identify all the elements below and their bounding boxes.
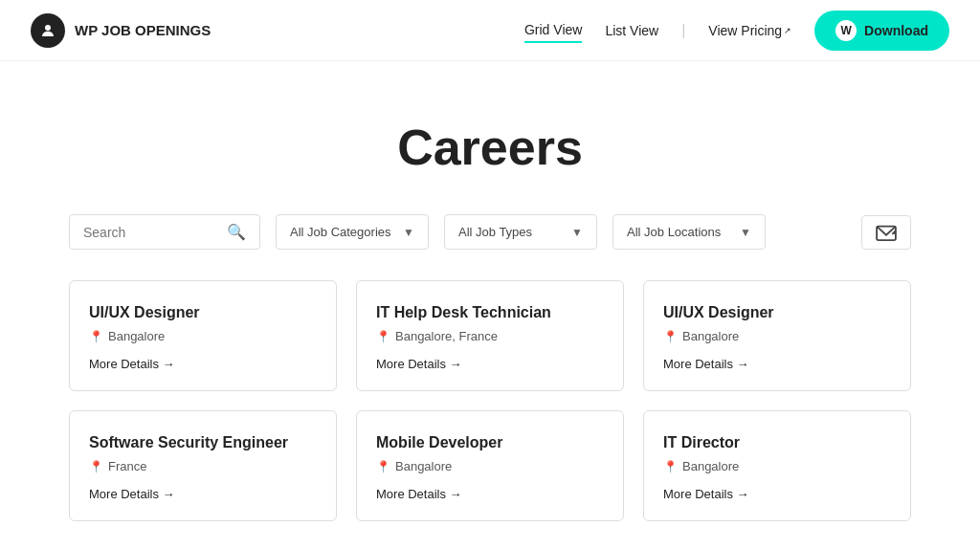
nav-list-view[interactable]: List View xyxy=(605,19,658,42)
page-title: Careers xyxy=(31,119,949,176)
navbar: WP JOB OPENINGS Grid View List View | Vi… xyxy=(0,0,980,61)
chevron-down-icon: ▼ xyxy=(403,226,414,239)
location-icon: 📍 xyxy=(376,330,390,343)
more-details-link[interactable]: More Details → xyxy=(376,357,604,371)
more-details-link[interactable]: More Details → xyxy=(89,487,317,501)
job-title: IT Help Desk Technician xyxy=(376,304,604,321)
nav-divider: | xyxy=(681,22,685,39)
nav-grid-view[interactable]: Grid View xyxy=(524,18,582,43)
svg-line-3 xyxy=(894,232,896,234)
job-location: 📍 Bangalore, France xyxy=(376,329,604,343)
chevron-down-icon: ▼ xyxy=(571,226,583,239)
job-location-text: Bangalore xyxy=(108,329,165,343)
location-icon: 📍 xyxy=(376,460,390,473)
job-title: Software Security Engineer xyxy=(89,434,317,451)
job-location-text: Bangalore xyxy=(682,329,739,343)
nav-links: Grid View List View | View Pricing↗ W Do… xyxy=(524,11,949,51)
chevron-down-icon: ▼ xyxy=(740,226,751,239)
locations-dropdown[interactable]: All Job Locations ▼ xyxy=(612,214,766,250)
more-details-link[interactable]: More Details → xyxy=(89,357,317,371)
categories-dropdown[interactable]: All Job Categories ▼ xyxy=(276,214,429,250)
job-location-text: France xyxy=(108,459,146,473)
job-card: UI/UX Designer 📍 Bangalore More Details … xyxy=(643,280,911,391)
location-icon: 📍 xyxy=(89,460,103,473)
logo-text: WP JOB OPENINGS xyxy=(75,22,211,38)
email-alert-button[interactable] xyxy=(861,215,911,250)
filters-bar: 🔍 All Job Categories ▼ All Job Types ▼ A… xyxy=(0,214,980,250)
location-icon: 📍 xyxy=(663,460,678,473)
job-card: IT Director 📍 Bangalore More Details → xyxy=(643,410,911,521)
location-icon: 📍 xyxy=(663,330,678,343)
job-location: 📍 France xyxy=(89,459,317,473)
job-location: 📍 Bangalore xyxy=(89,329,317,343)
more-details-link[interactable]: More Details → xyxy=(663,487,891,501)
types-dropdown[interactable]: All Job Types ▼ xyxy=(444,214,597,250)
job-location: 📍 Bangalore xyxy=(376,459,604,473)
job-location-text: Bangalore xyxy=(682,459,739,473)
search-input[interactable] xyxy=(83,225,219,240)
download-button[interactable]: W Download xyxy=(814,11,949,51)
more-details-link[interactable]: More Details → xyxy=(376,487,604,501)
job-card: UI/UX Designer 📍 Bangalore More Details … xyxy=(69,280,337,391)
job-location-text: Bangalore, France xyxy=(395,329,498,343)
more-details-link[interactable]: More Details → xyxy=(663,357,891,371)
nav-pricing[interactable]: View Pricing↗ xyxy=(708,19,791,42)
job-location: 📍 Bangalore xyxy=(663,329,891,343)
job-title: IT Director xyxy=(663,434,891,451)
job-card: Mobile Developer 📍 Bangalore More Detail… xyxy=(356,410,624,521)
logo-icon xyxy=(31,13,65,48)
job-location: 📍 Bangalore xyxy=(663,459,891,473)
job-title: Mobile Developer xyxy=(376,434,604,451)
job-title: UI/UX Designer xyxy=(663,304,891,321)
hero-section: Careers xyxy=(0,61,980,214)
job-location-text: Bangalore xyxy=(395,459,452,473)
location-icon: 📍 xyxy=(89,330,103,343)
svg-point-0 xyxy=(45,25,51,31)
search-box[interactable]: 🔍 xyxy=(69,214,260,250)
search-icon: 🔍 xyxy=(227,223,246,241)
job-title: UI/UX Designer xyxy=(89,304,317,321)
job-card: IT Help Desk Technician 📍 Bangalore, Fra… xyxy=(356,280,624,391)
wp-icon: W xyxy=(835,20,857,41)
job-card: Software Security Engineer 📍 France More… xyxy=(69,410,337,521)
logo: WP JOB OPENINGS xyxy=(31,13,211,48)
job-grid: UI/UX Designer 📍 Bangalore More Details … xyxy=(0,280,980,549)
